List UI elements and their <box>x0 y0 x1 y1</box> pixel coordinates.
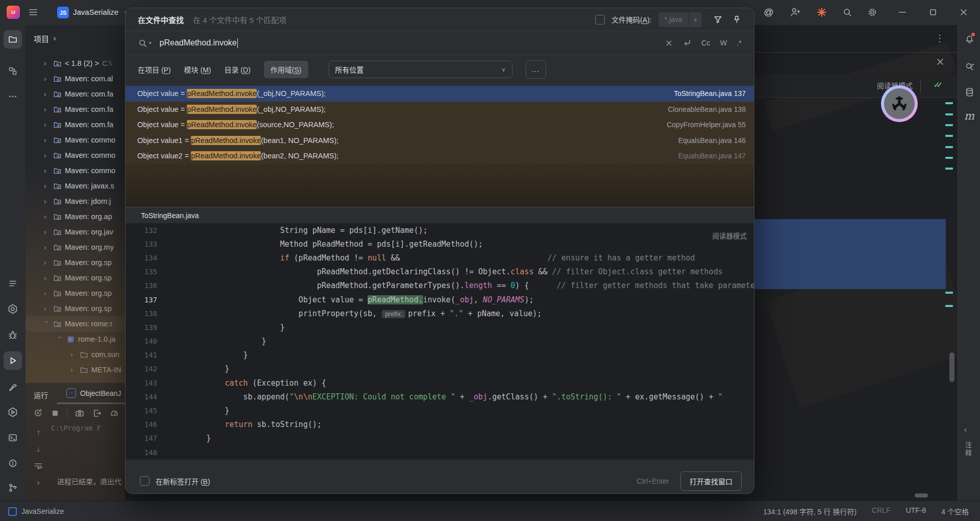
code-line[interactable]: 138 printProperty(sb, prefix:prefix + ".… <box>126 306 754 320</box>
chevron-collapsed-icon[interactable]: › <box>44 182 50 190</box>
search-history-chevron-icon[interactable]: ▾ <box>149 40 152 45</box>
code-line[interactable]: 133 Method pReadMethod = pds[i].getReadM… <box>126 237 754 251</box>
chevron-collapsed-icon[interactable]: › <box>44 121 50 129</box>
chevron-collapsed-icon[interactable]: › <box>44 151 50 159</box>
code-line[interactable]: 139 } <box>126 320 754 334</box>
notifications-button[interactable] <box>960 30 978 49</box>
code-line[interactable]: 132 String pName = pds[i].getName(); <box>126 223 754 237</box>
line-separator-widget[interactable]: CRLF <box>872 506 891 516</box>
chevron-collapsed-icon[interactable]: › <box>44 90 50 98</box>
scope-module-tab[interactable]: 模块 (M) <box>184 64 211 75</box>
tool-project-button[interactable] <box>4 30 22 49</box>
search-result-row[interactable]: Object value2 = pReadMethod.invoke(bean2… <box>126 148 754 164</box>
tree-item[interactable]: ›Maven: javax.s <box>26 178 125 194</box>
chevron-collapsed-icon[interactable]: › <box>44 212 50 221</box>
snapshot-button[interactable] <box>75 408 85 418</box>
filter-button[interactable] <box>713 15 723 25</box>
chevron-collapsed-icon[interactable]: › <box>44 228 50 236</box>
tree-item[interactable]: ›Maven: org.jav <box>26 224 125 240</box>
tree-item[interactable]: ›Maven: rome:r <box>26 316 125 331</box>
code-line[interactable]: 148 <box>126 445 754 459</box>
tree-item[interactable]: ›Maven: org.sp <box>26 270 125 286</box>
file-mask-combo[interactable]: *.java ∨ <box>658 12 702 27</box>
tool-services-button[interactable] <box>4 403 22 421</box>
tool-git-button[interactable] <box>4 479 22 497</box>
chevron-collapsed-icon[interactable]: › <box>44 243 50 251</box>
chevron-collapsed-icon[interactable]: › <box>44 136 50 144</box>
tree-item[interactable]: ›Maven: org.sp <box>26 301 125 316</box>
search-result-row[interactable]: Object value1 = pReadMethod.invoke(bean1… <box>126 133 754 149</box>
tool-more-button[interactable] <box>4 87 22 106</box>
settings-button[interactable] <box>864 4 880 20</box>
scroll-up-button[interactable]: ↑ <box>36 428 40 437</box>
chevron-collapsed-icon[interactable]: › <box>44 289 50 297</box>
open-in-new-tab-checkbox[interactable] <box>140 476 150 486</box>
clear-search-button[interactable] <box>665 39 673 47</box>
tree-item[interactable]: ›Maven: com.al <box>26 71 125 86</box>
newline-button[interactable] <box>682 38 692 48</box>
tree-item[interactable]: ›Maven: commo <box>26 132 125 148</box>
plugin-starburst-icon[interactable] <box>814 4 830 20</box>
tree-item[interactable]: ›Maven: commo <box>26 163 125 178</box>
tree-item[interactable]: ›com.sun <box>26 347 125 362</box>
tree-item[interactable]: ›META-IN <box>26 362 125 377</box>
search-everywhere-button[interactable] <box>839 4 855 20</box>
tool-bookmarks-button[interactable] <box>4 274 22 293</box>
run-config-tab[interactable]: ∷ ObjectBeanJ <box>66 388 121 398</box>
code-line[interactable]: 146 return sb.toString(); <box>126 418 754 432</box>
stop-button[interactable] <box>51 409 60 418</box>
tree-item[interactable]: ›Maven: com.fa <box>26 102 125 117</box>
tree-item[interactable]: ›rome-1.0.ja <box>26 331 125 347</box>
whole-words-toggle[interactable]: W <box>720 39 727 47</box>
project-panel-header[interactable]: 项目 ∨ <box>34 33 57 44</box>
editor-scrollbar-thumb[interactable] <box>949 352 954 382</box>
search-result-row[interactable]: Object value = pReadMethod.invoke(_obj,N… <box>126 102 754 117</box>
avatar[interactable] <box>881 85 918 122</box>
code-line[interactable]: 145 } <box>126 404 754 417</box>
tool-build-button[interactable] <box>4 377 22 396</box>
encoding-widget[interactable]: UTF-8 <box>906 506 926 516</box>
search-result-row[interactable]: Object value = pReadMethod.invoke(_obj,N… <box>126 86 754 102</box>
window-minimize-button[interactable] <box>894 4 911 20</box>
code-line[interactable]: 140 } <box>126 335 754 348</box>
reader-mode-label[interactable]: 阅读器模式 <box>713 230 747 241</box>
code-line[interactable]: 144 sb.append("\n\nEXCEPTION: Could not … <box>126 390 754 404</box>
double-check-icon[interactable]: ✓✓ <box>934 80 939 89</box>
code-line[interactable]: 137 Object value = pReadMethod.invoke(_o… <box>126 293 754 306</box>
code-line[interactable]: 135 pReadMethod.getDeclaringClass() != O… <box>126 265 754 279</box>
chevron-collapsed-icon[interactable]: › <box>44 105 50 113</box>
tree-item[interactable]: ›Maven: com.fa <box>26 117 125 132</box>
code-line[interactable]: 136 pReadMethod.getParameterTypes().leng… <box>126 279 754 293</box>
attach-button[interactable] <box>92 408 102 418</box>
chevron-expanded-icon[interactable]: › <box>56 336 64 342</box>
chevron-collapsed-icon[interactable]: › <box>44 197 50 205</box>
scope-scope-tab[interactable]: 作用域(S) <box>264 61 308 78</box>
kebab-menu-icon[interactable]: ⋮ <box>935 33 944 44</box>
tree-item[interactable]: ›Maven: org.sp <box>26 255 125 270</box>
chevron-collapsed-icon[interactable]: › <box>44 258 50 267</box>
chevron-collapsed-icon[interactable]: › <box>44 304 50 313</box>
scope-directory-tab[interactable]: 目录 (D) <box>224 64 250 75</box>
window-close-button[interactable] <box>955 4 972 20</box>
scope-in-project-tab[interactable]: 在项目 (P) <box>138 64 171 75</box>
soft-wrap-button[interactable] <box>33 461 43 471</box>
open-find-window-button[interactable]: 打开查找窗口 <box>680 471 742 491</box>
search-query[interactable]: pReadMethod.invoke <box>160 38 237 48</box>
chevron-collapsed-icon[interactable]: › <box>70 350 77 359</box>
tool-run-button[interactable] <box>4 351 22 370</box>
tool-kubernetes-button[interactable] <box>4 300 22 318</box>
window-maximize-button[interactable] <box>925 4 941 20</box>
editor-hscrollbar[interactable] <box>915 493 928 498</box>
chevron-collapsed-icon[interactable]: › <box>44 167 50 175</box>
file-mask-checkbox[interactable] <box>595 15 605 25</box>
code-line[interactable]: 134 if (pReadMethod != null && // ensure… <box>126 251 754 265</box>
scroll-down-button[interactable]: ↓ <box>36 444 40 454</box>
annotations-tool-tab[interactable]: 注释 <box>963 441 973 458</box>
collapse-chevron-icon[interactable]: ‹ <box>964 425 967 434</box>
expand-button[interactable]: › <box>37 478 39 487</box>
tree-item[interactable]: ›Maven: com.fa <box>26 86 125 102</box>
database-button[interactable] <box>960 83 978 101</box>
tool-structure-button[interactable] <box>4 62 22 80</box>
tree-item[interactable]: ›Maven: jdom:j <box>26 194 125 209</box>
tree-item[interactable]: ›< 1.8 (2) >C:\ <box>26 56 125 71</box>
